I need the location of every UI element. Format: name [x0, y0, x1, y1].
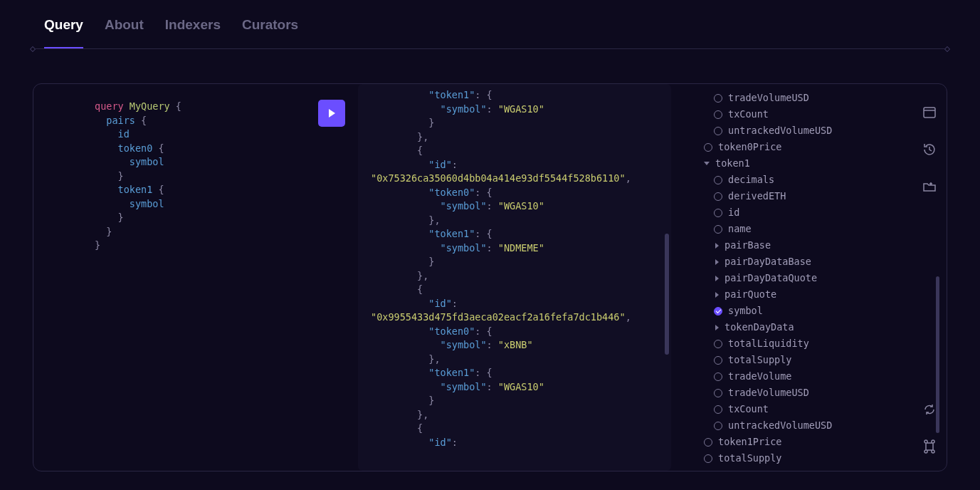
explorer-label: symbol [728, 303, 763, 319]
explorer-field[interactable]: tradeVolumeUSD [694, 385, 947, 401]
result-line: } [358, 394, 671, 408]
schema-explorer[interactable]: tradeVolumeUSDtxCountuntrackedVolumeUSDt… [671, 84, 947, 471]
panel-toolbar-top [922, 105, 937, 194]
explorer-field[interactable]: pairDayDataBase [694, 254, 947, 270]
result-line: "symbol": "WGAS10" [358, 199, 671, 214]
field-checked-icon [714, 307, 722, 316]
explorer-field[interactable]: tradeVolume [694, 368, 947, 385]
result-line: }, [358, 408, 671, 422]
explorer-field[interactable]: name [694, 221, 947, 237]
explorer-label: name [728, 221, 752, 237]
explorer-label: tradeVolume [728, 368, 791, 385]
playground-panel: query MyQuery { pairs { id token0 { symb… [33, 83, 947, 471]
explorer-field[interactable]: txCount [694, 106, 947, 123]
explorer-label: untrackedVolumeUSD [728, 417, 832, 434]
folder-icon[interactable] [922, 179, 937, 194]
tabs-bar: Query About Indexers Curators [0, 0, 980, 49]
explorer-field[interactable]: derivedETH [694, 188, 947, 204]
history-icon[interactable] [922, 142, 937, 157]
refresh-icon[interactable] [922, 402, 937, 417]
explorer-field[interactable]: tradeVolumeUSD [694, 90, 947, 106]
results-scrollbar[interactable] [665, 234, 669, 355]
explorer-label: txCount [728, 106, 769, 123]
results-pane[interactable]: "token1": { "symbol": "WGAS10" } }, { "i… [358, 84, 671, 471]
explorer-label: txCount [728, 401, 769, 417]
explorer-label: token0Price [718, 139, 781, 155]
explorer-field[interactable]: token1Price [694, 434, 947, 450]
result-line: "token0": { [358, 186, 671, 200]
field-unchecked-icon [714, 127, 722, 135]
explorer-field[interactable]: totalSupply [694, 450, 947, 466]
divider-decor-right [944, 46, 950, 52]
result-line: "id": [358, 158, 671, 172]
explorer-field[interactable]: totalLiquidity [694, 335, 947, 352]
field-unchecked-icon [714, 389, 722, 397]
explorer-label: pairDayDataBase [725, 254, 811, 270]
run-query-button[interactable] [318, 100, 345, 127]
explorer-label: pairDayDataQuote [725, 270, 817, 286]
explorer-label: untrackedVolumeUSD [728, 123, 832, 139]
shortcuts-icon[interactable] [922, 439, 937, 454]
explorer-field[interactable]: untrackedVolumeUSD [694, 123, 947, 139]
svg-rect-0 [924, 108, 935, 118]
tab-about[interactable]: About [105, 17, 144, 49]
query-editor[interactable]: query MyQuery { pairs { id token0 { symb… [33, 84, 332, 471]
explorer-field[interactable]: tokenDayData [694, 319, 947, 335]
result-line: { [358, 283, 671, 297]
tab-curators[interactable]: Curators [242, 17, 298, 49]
tab-query[interactable]: Query [44, 17, 83, 49]
explorer-label: tradeVolumeUSD [728, 90, 809, 106]
explorer-field[interactable]: totalSupply [694, 352, 947, 368]
result-line: "token1": { [358, 88, 671, 103]
result-line: }, [358, 130, 671, 145]
explorer-field[interactable]: pairBase [694, 237, 947, 254]
collapse-icon [704, 162, 710, 165]
field-unchecked-icon [714, 225, 722, 234]
field-unchecked-icon [704, 143, 712, 152]
field-unchecked-icon [704, 438, 712, 447]
explorer-label: totalLiquidity [728, 335, 809, 352]
explorer-field[interactable]: untrackedVolumeUSD [694, 417, 947, 434]
field-unchecked-icon [714, 405, 722, 414]
result-line: "symbol": "WGAS10" [358, 380, 671, 395]
result-line: }, [358, 269, 671, 283]
result-line: }, [358, 353, 671, 367]
result-line: { [358, 144, 671, 158]
play-icon [327, 108, 337, 118]
explorer-label: pairQuote [725, 286, 776, 303]
result-line: { [358, 422, 671, 436]
expand-icon [715, 259, 719, 265]
explorer-label: token1Price [718, 434, 781, 450]
result-line: } [358, 255, 671, 269]
explorer-field[interactable]: token0Price [694, 139, 947, 155]
panel-toolbar-bottom [922, 402, 937, 454]
field-unchecked-icon [714, 176, 722, 184]
explorer-label: decimals [728, 172, 774, 188]
result-line: }, [358, 214, 671, 228]
explorer-label: token1 [715, 155, 750, 172]
explorer-field[interactable]: pairDayDataQuote [694, 270, 947, 286]
explorer-label: totalSupply [728, 352, 791, 368]
result-line: "token0": { [358, 325, 671, 339]
archive-icon[interactable] [922, 105, 937, 120]
divider-decor-left [30, 46, 36, 52]
explorer-field[interactable]: txCount [694, 401, 947, 417]
explorer-label: pairBase [725, 237, 771, 254]
explorer-field[interactable]: id [694, 204, 947, 221]
result-line: "token1": { [358, 366, 671, 380]
explorer-field[interactable]: token1 [694, 155, 947, 172]
explorer-label: tradeVolumeUSD [728, 385, 809, 401]
field-unchecked-icon [714, 94, 722, 103]
explorer-field[interactable]: decimals [694, 172, 947, 188]
explorer-label: totalSupply [718, 450, 781, 466]
result-line: "id": [358, 436, 671, 450]
explorer-field[interactable]: symbol [694, 303, 947, 319]
result-line: } [358, 116, 671, 130]
field-unchecked-icon [714, 340, 722, 348]
field-unchecked-icon [714, 356, 722, 365]
explorer-label: tokenDayData [725, 319, 794, 335]
explorer-field[interactable]: pairQuote [694, 286, 947, 303]
tab-indexers[interactable]: Indexers [165, 17, 221, 49]
result-line: "id": [358, 297, 671, 311]
field-unchecked-icon [714, 209, 722, 217]
